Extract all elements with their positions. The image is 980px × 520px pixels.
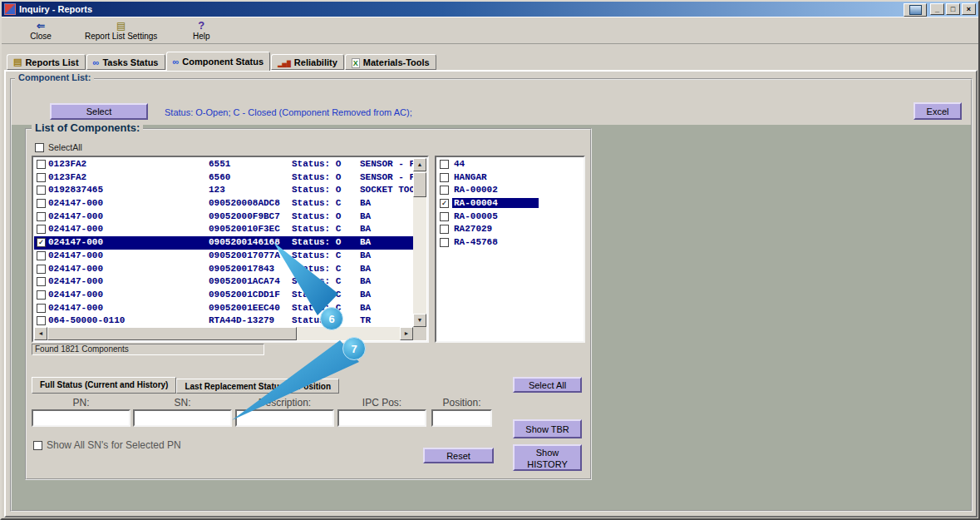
row-status: Status: C <box>292 198 341 208</box>
row-checkbox[interactable] <box>37 160 46 169</box>
hscroll-thumb[interactable] <box>47 327 297 340</box>
aircraft-row[interactable]: HANGAR <box>437 171 583 185</box>
tab-reports-list[interactable]: Reports List <box>7 54 86 70</box>
scroll-right-icon[interactable]: ► <box>400 327 413 340</box>
field-pos: Position: <box>431 397 492 427</box>
show-all-sns-row[interactable]: Show All SN's for Selected PN <box>33 439 181 451</box>
component-listbox[interactable]: 0123FA26551Status: OSENSOR - F0123FA2656… <box>32 156 429 343</box>
component-row[interactable]: 024147-000090520017843Status: CBA <box>34 263 413 276</box>
component-row[interactable]: 0192837465123Status: OSOCKET TOO <box>34 184 413 197</box>
aircraft-checkbox[interactable] <box>440 225 449 234</box>
aircraft-label: RA-00004 <box>452 198 539 208</box>
select-all-checkbox[interactable] <box>35 143 44 152</box>
aircraft-checkbox[interactable] <box>440 238 449 247</box>
pos-label: Position: <box>431 397 492 409</box>
tab-reliability[interactable]: Reliability <box>271 54 344 70</box>
row-checkbox[interactable] <box>37 304 46 313</box>
tab-materials-tools[interactable]: Materials-Tools <box>345 54 436 70</box>
field-sn: SN: <box>133 397 232 427</box>
component-list-vscrollbar[interactable]: ▲ ▼ <box>413 158 426 327</box>
aircraft-row[interactable]: RA27029 <box>437 223 583 236</box>
floating-tool-button[interactable] <box>904 3 927 17</box>
component-row[interactable]: 024147-00009052001ACA74Status: CBA <box>34 275 413 289</box>
component-row[interactable]: 024147-00009052001CDD1FStatus: CBA <box>34 289 413 302</box>
minimize-button[interactable]: _ <box>930 3 944 15</box>
row-checkbox[interactable] <box>37 265 46 274</box>
capture-tool-icon <box>909 5 922 15</box>
row-checkbox[interactable] <box>37 199 46 208</box>
tab-component-status[interactable]: Component Status <box>166 52 271 71</box>
sn-input[interactable] <box>133 409 232 427</box>
component-row[interactable]: 024147-000090520010F3ECStatus: CBA <box>34 223 413 236</box>
close-window-button[interactable]: × <box>962 3 976 15</box>
show-history-button[interactable]: Show HISTORY <box>513 444 582 471</box>
reset-button[interactable]: Reset <box>423 448 494 463</box>
aircraft-checkbox[interactable] <box>440 212 449 221</box>
component-row[interactable]: 0123FA26551Status: OSENSOR - F <box>34 158 413 171</box>
row-checkbox[interactable] <box>37 212 46 221</box>
aircraft-checkbox[interactable] <box>440 186 449 195</box>
show-all-sns-checkbox[interactable] <box>33 441 42 450</box>
row-checkbox[interactable] <box>37 277 46 286</box>
aircraft-row[interactable]: RA-00005 <box>437 210 583 224</box>
component-row[interactable]: 024147-000090520008ADC8Status: CBA <box>34 197 413 210</box>
desc-input[interactable] <box>235 409 334 427</box>
row-status: Status: O <box>292 185 341 195</box>
component-row[interactable]: 024147-000090520017077AStatus: CBA <box>34 250 413 263</box>
aircraft-row[interactable]: RA-00002 <box>437 184 583 197</box>
row-checkbox[interactable] <box>37 173 46 182</box>
row-desc: BA <box>360 224 371 234</box>
report-list-settings-button[interactable]: Report List Settings <box>76 18 165 42</box>
component-row[interactable]: 024147-00009052000F9BC7Status: OBA <box>34 210 413 224</box>
aircraft-row[interactable]: ✓RA-00004 <box>437 197 583 210</box>
row-sn: 6560 <box>209 172 230 182</box>
show-tbr-button[interactable]: Show TBR <box>513 419 582 438</box>
component-list-hscrollbar[interactable]: ◄ ► <box>34 327 413 340</box>
scroll-up-icon[interactable]: ▲ <box>413 158 426 171</box>
ipc-input[interactable] <box>337 409 426 427</box>
app-window: Inquiry - Reports _ □ × CloseReport List… <box>0 0 980 520</box>
select-all-button[interactable]: Select All <box>513 377 582 393</box>
filter-tab-2[interactable]: Last Replacement Status by Position <box>176 379 339 394</box>
pn-input[interactable] <box>32 409 131 427</box>
row-pn: 064-50000-0110 <box>48 315 125 325</box>
scroll-down-icon[interactable]: ▼ <box>413 314 426 327</box>
scroll-left-icon[interactable]: ◄ <box>34 327 47 340</box>
excel-button[interactable]: Excel <box>914 102 962 120</box>
component-row[interactable]: ✓024147-0000905200146168Status: OBA <box>34 236 413 250</box>
close-button[interactable]: Close <box>5 18 76 42</box>
materials-icon <box>352 57 360 67</box>
row-checkbox[interactable] <box>37 225 46 234</box>
filter-tab-1[interactable]: Full Status (Current and History) <box>32 377 176 394</box>
toolbar: CloseReport List SettingsHelp <box>2 17 978 44</box>
select-all-checkbox-row[interactable]: SelectAll <box>35 142 82 152</box>
aircraft-listbox[interactable]: 44HANGARRA-00002✓RA-00004RA-00005RA27029… <box>435 156 585 343</box>
aircraft-checkbox[interactable] <box>440 173 449 182</box>
help-button[interactable]: Help <box>165 18 237 42</box>
found-components-status: Found 1821 Components <box>32 344 264 355</box>
aircraft-checkbox[interactable] <box>440 160 449 169</box>
row-checkbox[interactable] <box>37 316 46 325</box>
component-row[interactable]: 024147-00009052001EEC40Status: CBA <box>34 302 413 315</box>
component-row[interactable]: 0123FA26560Status: OSENSOR - F <box>34 171 413 185</box>
vscroll-thumb[interactable] <box>413 172 426 197</box>
select-button[interactable]: Select <box>50 103 148 120</box>
row-status: Status: C <box>292 264 341 274</box>
filter-tabbar: Full Status (Current and History)Last Re… <box>32 377 339 394</box>
aircraft-row[interactable]: RA-45768 <box>437 236 583 250</box>
row-checkbox[interactable] <box>37 186 46 195</box>
aircraft-checkbox[interactable]: ✓ <box>440 199 449 208</box>
desc-label: Description: <box>235 397 334 409</box>
row-checkbox[interactable] <box>37 290 46 300</box>
row-desc: SENSOR - F <box>360 172 413 182</box>
row-checkbox[interactable] <box>37 251 46 260</box>
aircraft-row[interactable]: 44 <box>437 158 583 171</box>
title-bar: Inquiry - Reports <box>2 2 978 17</box>
tab-tasks-status[interactable]: Tasks Status <box>86 54 165 70</box>
status-legend: Status: O-Open; C - Closed (Component Re… <box>165 107 412 117</box>
maximize-button[interactable]: □ <box>946 3 960 15</box>
pos-input[interactable] <box>431 409 492 427</box>
row-pn: 024147-000 <box>48 303 103 313</box>
row-checkbox[interactable]: ✓ <box>37 238 46 247</box>
component-row[interactable]: 064-50000-0110RTA44D-13279Status: OTR <box>34 314 413 327</box>
